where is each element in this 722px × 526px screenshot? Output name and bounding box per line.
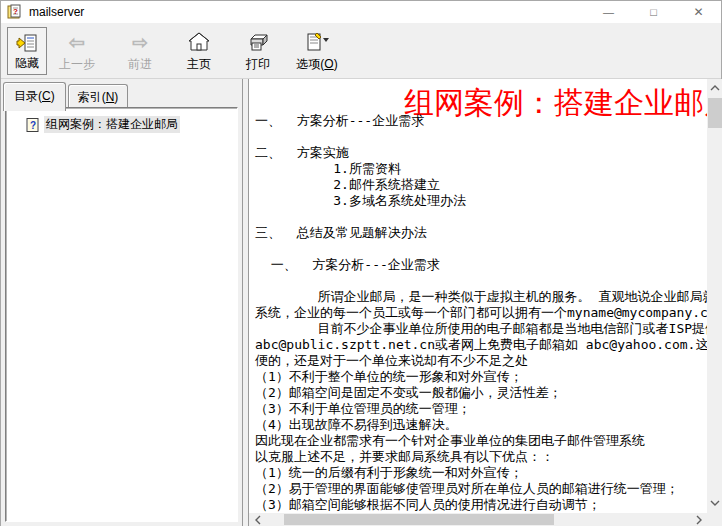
tree-item-topic[interactable]: ? 组网案例：搭建企业邮局 xyxy=(26,116,235,133)
back-label: 上一步 xyxy=(59,56,95,73)
content-line: （2）易于管理的界面能够使管理员对所在单位人员的邮箱进行统一管理； xyxy=(255,481,707,497)
content-line: （3）邮箱空间能够根据不同人员的使用情况进行自动调节； xyxy=(255,497,707,513)
content-line: 3.多域名系统处理办法 xyxy=(255,193,707,209)
svg-text:?: ? xyxy=(30,119,36,130)
content-line: 一、 方案分析---企业需求 xyxy=(255,257,707,273)
navigation-pane: 目录(C) 索引(N) ? 组网案例：搭建企业邮局 xyxy=(1,79,242,526)
print-icon xyxy=(246,30,270,54)
content-line: 2.邮件系统搭建立 xyxy=(255,177,707,193)
vertical-scroll-thumb[interactable] xyxy=(708,98,722,128)
tab-contents[interactable]: 目录(C) xyxy=(3,82,66,111)
help-book-icon: ? xyxy=(7,4,23,20)
tree-item-label: 组网案例：搭建企业邮局 xyxy=(44,116,180,133)
scroll-right-icon[interactable] xyxy=(690,513,707,526)
content-line: 一、 方案分析---企业需求 xyxy=(255,113,707,129)
content-line: abc@public.szptt.net.cn或者网上免费电子邮箱如 abc@y… xyxy=(255,337,707,353)
vertical-scrollbar[interactable] xyxy=(707,79,722,511)
close-button[interactable]: ✕ xyxy=(676,1,721,23)
toolbar: 隐藏 ⇦ 上一步 ⇨ 前进 主页 xyxy=(1,23,721,79)
help-topic-icon: ? xyxy=(26,118,40,132)
hide-icon xyxy=(16,31,38,55)
home-label: 主页 xyxy=(187,56,211,73)
pane-splitter[interactable] xyxy=(242,79,249,526)
topic-content: 组网案例：搭建企业邮局 一、 方案分析---企业需求 二、 方案实施 1.所需资… xyxy=(249,79,707,513)
back-arrow-icon: ⇦ xyxy=(69,30,85,54)
content-line: 二、 方案实施 xyxy=(255,145,707,161)
content-line xyxy=(255,241,707,257)
window-title: mailserver xyxy=(29,5,84,19)
content-line: 三、 总结及常见题解决办法 xyxy=(255,225,707,241)
help-viewer-window: ? mailserver — □ ✕ 隐藏 ⇦ xyxy=(0,0,722,526)
minimize-button[interactable]: — xyxy=(586,1,631,23)
scroll-down-icon[interactable] xyxy=(707,494,722,511)
content-line: （1）统一的后缀有利于形象统一和对外宣传； xyxy=(255,465,707,481)
horizontal-scroll-thumb[interactable] xyxy=(284,514,554,525)
forward-button[interactable]: ⇨ 前进 xyxy=(115,27,165,75)
content-line: 便的，还是对于一个单位来说却有不少不足之处 xyxy=(255,353,707,369)
content-line: 因此现在企业都需求有一个针对企事业单位的集团电子邮件管理系统 xyxy=(255,433,707,449)
content-line: （4）出现故障不易得到迅速解决。 xyxy=(255,417,707,433)
horizontal-scrollbar[interactable] xyxy=(249,513,707,526)
content-line: 系统，企业的每一个员工或每一个部门都可以拥有一个myname@mycompany… xyxy=(255,305,707,321)
hide-label: 隐藏 xyxy=(15,55,39,72)
content-line: （1）不利于整个单位的统一形象和对外宣传； xyxy=(255,369,707,385)
titlebar: ? mailserver — □ ✕ xyxy=(1,1,721,23)
hide-button[interactable]: 隐藏 xyxy=(7,27,47,75)
home-icon xyxy=(188,30,210,54)
scrollbar-corner xyxy=(707,511,722,526)
options-button[interactable]: 选项(O) xyxy=(288,27,346,75)
forward-arrow-icon: ⇨ xyxy=(132,30,148,54)
content-line: 所谓企业邮局，是一种类似于虚拟主机的服务。 直观地说企业邮局就是以企 xyxy=(255,289,707,305)
content-line: 目前不少企事业单位所使用的电子邮箱都是当地电信部门或者ISP提供的邮 xyxy=(255,321,707,337)
options-icon xyxy=(304,30,330,54)
contents-tree: ? 组网案例：搭建企业邮局 xyxy=(5,107,238,522)
scroll-left-icon[interactable] xyxy=(249,513,266,526)
print-label: 打印 xyxy=(246,56,270,73)
forward-label: 前进 xyxy=(128,56,152,73)
content-line xyxy=(255,209,707,225)
home-button[interactable]: 主页 xyxy=(174,27,224,75)
maximize-button[interactable]: □ xyxy=(631,1,676,23)
content-line xyxy=(255,273,707,289)
topic-body: 一、 方案分析---企业需求 二、 方案实施 1.所需资料 2.邮件系统搭建立 … xyxy=(255,113,707,513)
content-line: 以克服上述不足，并要求邮局系统具有以下优点：： xyxy=(255,449,707,465)
back-button[interactable]: ⇦ 上一步 xyxy=(51,27,103,75)
content-line: 1.所需资料 xyxy=(255,161,707,177)
svg-text:?: ? xyxy=(13,7,18,16)
scroll-up-icon[interactable] xyxy=(707,79,722,96)
options-label: 选项(O) xyxy=(296,56,337,73)
content-line: （3）不利于单位管理员的统一管理； xyxy=(255,401,707,417)
print-button[interactable]: 打印 xyxy=(233,27,283,75)
content-line xyxy=(255,129,707,145)
content-line: （2）邮箱空间是固定不变或一般都偏小，灵活性差； xyxy=(255,385,707,401)
